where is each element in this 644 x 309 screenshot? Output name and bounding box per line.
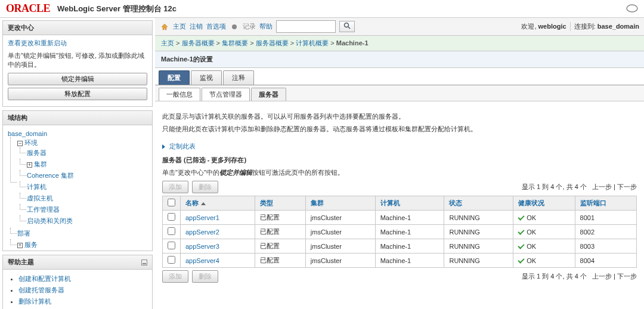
subtab-nodemgr[interactable]: 节点管理器: [202, 88, 250, 101]
server-name-link[interactable]: appServer2: [185, 228, 219, 236]
search-input[interactable]: [276, 20, 336, 33]
subtab-general[interactable]: 一般信息: [159, 88, 200, 101]
cell-health: OK: [513, 239, 575, 254]
pager-prev: 上一步: [592, 183, 612, 190]
tree-coherence[interactable]: Coherence 集群: [27, 172, 74, 179]
crumb[interactable]: 主页: [161, 39, 174, 47]
sort-asc-icon: [201, 202, 206, 205]
help-link[interactable]: 创建和配置计算机: [18, 275, 71, 282]
sub-tabs: 一般信息 节点管理器 服务器: [155, 85, 644, 101]
welcome-text: 欢迎, weblogic: [521, 22, 566, 31]
welcome-prefix: 欢迎,: [521, 23, 538, 30]
crumb[interactable]: 计算机概要: [296, 39, 329, 47]
oracle-logo: ORACLE: [6, 2, 50, 15]
cell-health: OK: [513, 254, 575, 268]
cell-health: OK: [513, 225, 575, 239]
toolbar-home[interactable]: 主页: [173, 22, 186, 31]
tree-env[interactable]: 环境: [24, 139, 38, 146]
col-state[interactable]: 状态: [449, 199, 462, 206]
main-panel: 主页 注销 首选项 记录 帮助 欢迎, weblogic 连接到: base_d…: [155, 18, 644, 309]
connected-domain: base_domain: [597, 23, 639, 30]
server-name-link[interactable]: appServer3: [185, 243, 219, 250]
tree-services[interactable]: 服务: [24, 241, 38, 248]
cell-cluster: jmsCluster: [305, 239, 375, 254]
lock-edit-button[interactable]: 锁定并编辑: [8, 73, 147, 85]
lock-hint-pre: 单击"更改中心"中的: [162, 169, 219, 176]
change-center-portlet: 更改中心 查看更改和重新启动 单击"锁定并编辑"按钮, 可修改, 添加或删除此域…: [2, 20, 153, 107]
search-button[interactable]: [339, 21, 355, 32]
pager-count: 显示 1 到 4 个, 共 4 个: [522, 273, 587, 280]
connected-label: 连接到:: [574, 23, 597, 30]
tree-clusters[interactable]: 集群: [34, 160, 47, 168]
home-icon[interactable]: [160, 22, 169, 32]
col-cluster[interactable]: 集群: [311, 199, 324, 206]
top-toolbar: 主页 注销 首选项 记录 帮助 欢迎, weblogic 连接到: base_d…: [155, 18, 644, 36]
row-checkbox[interactable]: [168, 213, 175, 221]
tree-servers[interactable]: 服务器: [27, 149, 47, 156]
crumb[interactable]: 服务器概要: [182, 39, 215, 47]
cell-state: RUNNING: [444, 254, 513, 268]
tree-domain-root[interactable]: base_domain: [8, 130, 47, 137]
ok-icon: [518, 214, 525, 220]
left-sidebar: 更改中心 查看更改和重新启动 单击"锁定并编辑"按钮, 可修改, 添加或删除此域…: [0, 18, 155, 309]
expand-icon: [162, 144, 165, 149]
pager-count: 显示 1 到 4 个, 共 4 个: [522, 183, 587, 190]
release-config-button[interactable]: 释放配置: [8, 88, 147, 100]
col-name[interactable]: 名称: [185, 199, 199, 206]
cell-health: OK: [513, 211, 575, 225]
svg-line-3: [348, 27, 350, 29]
customize-table-link[interactable]: 定制此表: [169, 143, 196, 150]
cell-machine: Machine-1: [375, 239, 444, 254]
row-checkbox[interactable]: [168, 227, 175, 235]
lock-hint-post: 按钮可激活此页中的所有按钮。: [252, 169, 344, 176]
col-health[interactable]: 健康状况: [518, 199, 544, 206]
tree-deploy[interactable]: 部署: [17, 230, 30, 237]
add-button[interactable]: 添加: [162, 270, 188, 283]
crumb[interactable]: 集群概要: [222, 39, 248, 47]
record-icon: [230, 22, 239, 32]
tree-workmgr[interactable]: 工作管理器: [27, 206, 60, 213]
expand-icon[interactable]: +: [27, 162, 32, 168]
view-changes-link[interactable]: 查看更改和重新启动: [8, 39, 67, 47]
lock-hint: 单击"更改中心"中的锁定并编辑按钮可激活此页中的所有按钮。: [162, 168, 637, 177]
add-button[interactable]: 添加: [162, 181, 188, 193]
remove-button[interactable]: 删除: [192, 181, 218, 193]
row-checkbox[interactable]: [168, 256, 175, 264]
help-portlet: 帮助主题 创建和配置计算机 创建托管服务器 删除计算机 将服务器实例分配给计算机: [2, 255, 153, 309]
tab-notes[interactable]: 注释: [223, 70, 254, 85]
table-row: appServer3已配置jmsClusterMachine-1RUNNINGO…: [163, 239, 637, 254]
help-link[interactable]: 删除计算机: [18, 298, 51, 305]
toolbar-help[interactable]: 帮助: [259, 22, 273, 31]
domain-tree-title: 域结构: [8, 113, 27, 122]
lock-hint-em: 锁定并编辑: [219, 169, 252, 176]
tree-machines[interactable]: 计算机: [27, 183, 47, 190]
select-all-checkbox[interactable]: [168, 199, 175, 206]
remove-button[interactable]: 删除: [192, 270, 218, 283]
tab-config[interactable]: 配置: [159, 70, 190, 85]
change-center-title: 更改中心: [8, 23, 34, 32]
tree-vhosts[interactable]: 虚拟主机: [27, 194, 53, 202]
domain-tree: base_domain −环境 服务器 +集群 Coherence 集群 计算机…: [8, 129, 147, 251]
pager-next: 下一步: [617, 183, 637, 190]
cell-cluster: jmsCluster: [305, 254, 375, 268]
row-checkbox[interactable]: [168, 242, 175, 249]
ok-icon: [518, 257, 525, 263]
toolbar-prefs[interactable]: 首选项: [206, 22, 226, 31]
crumb[interactable]: 服务器概要: [256, 39, 289, 47]
cell-machine: Machine-1: [375, 225, 444, 239]
help-link[interactable]: 创建托管服务器: [18, 286, 64, 293]
tree-startup[interactable]: 启动类和关闭类: [27, 217, 73, 224]
tab-monitor[interactable]: 监视: [191, 70, 222, 85]
minimize-icon[interactable]: [141, 259, 147, 265]
toolbar-logout[interactable]: 注销: [190, 22, 203, 31]
server-name-link[interactable]: appServer4: [185, 257, 219, 264]
server-name-link[interactable]: appServer1: [185, 214, 219, 221]
collapse-icon[interactable]: −: [17, 141, 23, 146]
pager-bottom: 显示 1 到 4 个, 共 4 个 上一步 | 下一步: [522, 272, 637, 281]
col-type[interactable]: 类型: [260, 199, 273, 206]
subtab-servers[interactable]: 服务器: [251, 88, 286, 101]
cell-port: 8004: [575, 254, 636, 268]
col-port[interactable]: 监听端口: [580, 199, 606, 206]
col-machine[interactable]: 计算机: [380, 199, 400, 206]
expand-icon[interactable]: +: [17, 243, 23, 248]
